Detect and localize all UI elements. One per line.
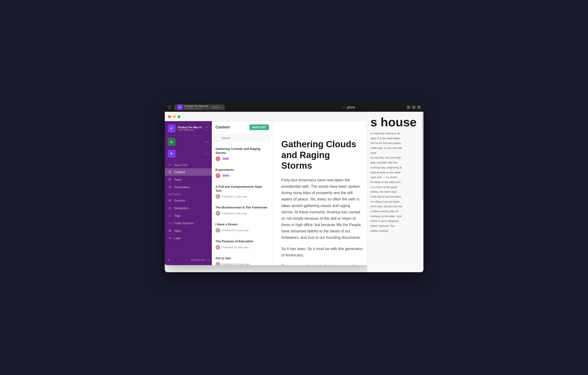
- sidebar-general-label: General: [174, 199, 185, 202]
- right-fragment-9: hard at work on the white: [370, 170, 420, 175]
- sidebar-labs-label: Labs: [174, 236, 181, 240]
- sidebar-account-2[interactable]: D ⌘ 2: [165, 136, 212, 148]
- post-title: Out to Sea: [216, 257, 269, 260]
- ghost-logo: [342, 107, 345, 108]
- sidebar-item-code-injection[interactable]: ◁ Code Injection: [165, 219, 212, 227]
- list-item[interactable]: Gathering Cclouds and Raging Storms F Dr…: [212, 144, 273, 165]
- list-item[interactable]: The Purpose of Education F Published 68 …: [212, 236, 273, 253]
- sidebar-item-general[interactable]: ⚙ General: [165, 197, 212, 204]
- sidebar-account-3[interactable]: F ⌘ 3: [165, 148, 212, 160]
- sidebar-footer: + ← VIEW BLOG ?: [165, 255, 212, 265]
- right-fragment-13: asleep, the kitten had: [370, 189, 420, 194]
- article-title: Gathering Clouds and Raging Storms: [281, 139, 363, 171]
- right-fragment-2: tirely. For the white kitten: [370, 136, 420, 141]
- content-list-header: Content NEW POST: [212, 121, 273, 133]
- app-body: F Finding The Way H... Felix Rieseberg ⌘…: [165, 121, 372, 265]
- hamburger-icon[interactable]: ☰: [168, 105, 171, 110]
- tab-dropdown-icon[interactable]: ▾: [221, 106, 222, 109]
- content-icon: ☰: [168, 170, 172, 174]
- right-preview-panel: s house en had had nothing to do tirely.…: [367, 112, 423, 272]
- sidebar-team-label: Team: [174, 178, 182, 181]
- post-status: Published 2 years ago: [222, 212, 247, 215]
- tab-avatar: F: [177, 105, 183, 110]
- minimize-button[interactable]: −: [407, 106, 410, 109]
- right-fragment-16: ere it was, spread over the: [370, 204, 420, 209]
- maximize-button[interactable]: □: [412, 106, 415, 109]
- post-avatar: F: [216, 228, 220, 233]
- close-button[interactable]: ×: [417, 106, 420, 109]
- account-info-1: Finding The Way H... Felix Rieseberg: [178, 126, 203, 131]
- article-paragraph-2: So it has been. So it must be with this …: [281, 246, 363, 258]
- content-list-panel: Content NEW POST ⌕ Gathering Cclouds and…: [212, 121, 273, 265]
- post-title: The Purpose of Education: [216, 239, 269, 244]
- view-blog-button[interactable]: VIEW BLOG: [191, 258, 205, 262]
- post-meta: F Draft: [216, 156, 269, 161]
- apps-icon: ⊞: [168, 229, 172, 232]
- right-fragment-20: better manners! You: [370, 224, 420, 228]
- content-new-post-button[interactable]: NEW POST: [250, 124, 269, 130]
- right-fragment-14: h the ball of worsted Alice: [370, 194, 420, 199]
- list-item[interactable]: Experiments F Draft: [212, 165, 273, 182]
- search-wrap: ⌕: [215, 135, 270, 142]
- right-fragment-19: d that it was in disgrace.: [370, 219, 420, 224]
- help-icon[interactable]: ?: [207, 258, 209, 262]
- post-avatar: F: [216, 245, 220, 250]
- sidebar-navigation-label: Navigation: [174, 206, 189, 210]
- sidebar-item-new-post[interactable]: ✏ New Post: [165, 162, 212, 168]
- right-preview-text: s house en had had nothing to do tirely.…: [367, 112, 423, 237]
- post-title: A Full and Comprehensive Style Test: [216, 185, 269, 193]
- sidebar-item-tags[interactable]: ◇ Tags: [165, 212, 212, 219]
- sidebar-new-post-label: New Post: [174, 163, 187, 167]
- ghost-titlebar: ☰ F Finding The Way Ho... Felix Rieseber…: [165, 103, 423, 112]
- post-avatar: F: [216, 211, 220, 216]
- right-large-text: s house: [370, 116, 420, 128]
- account-avatar-1: F: [168, 124, 176, 132]
- sidebar-apps-label: Apps: [174, 229, 181, 232]
- sidebar-item-subscribers[interactable]: ✉ Subscribers: [165, 183, 212, 191]
- right-scrollbar[interactable]: [421, 112, 423, 272]
- post-avatar: F: [216, 262, 220, 265]
- right-fragment-4: nsidering); so you see that: [370, 146, 420, 150]
- tab-shortcut: Ctrl 1: [212, 106, 219, 109]
- mac-minimize-button[interactable]: [173, 115, 176, 118]
- content-search-bar: ⌕: [212, 133, 273, 144]
- post-title: I Have a Dream: [216, 223, 269, 226]
- right-fragment-18: ratching up the kitten, and: [370, 214, 420, 219]
- list-item[interactable]: A Full and Comprehensive Style Test F Pu…: [212, 182, 273, 203]
- post-title: Gathering Cclouds and Raging Storms: [216, 147, 269, 155]
- sidebar-account-1[interactable]: F Finding The Way H... Felix Rieseberg ⌘…: [165, 121, 212, 136]
- sidebar-item-navigation[interactable]: ◎ Navigation: [165, 204, 212, 212]
- add-blog-button[interactable]: +: [168, 258, 170, 263]
- sidebar-item-labs[interactable]: ✦ Labs: [165, 234, 212, 242]
- ghost-app-name: ghost: [347, 105, 355, 109]
- ghost-tab-1[interactable]: F Finding The Way Ho... Felix Rieseberg …: [174, 105, 225, 110]
- list-item[interactable]: Out to Sea F Published 104 years ago: [212, 253, 273, 265]
- mac-maximize-button[interactable]: [178, 115, 180, 118]
- draft-badge: Draft: [222, 174, 230, 177]
- list-item[interactable]: I Have a Dream F Published 53 years ago: [212, 219, 273, 236]
- article-panel: ⬚ Gathering Clouds and Raging Storms For…: [273, 121, 372, 265]
- content-list-items: Gathering Cclouds and Raging Storms F Dr…: [212, 144, 273, 265]
- list-item[interactable]: The Businessman & The Fisherman F Publis…: [212, 202, 273, 219]
- general-icon: ⚙: [168, 199, 172, 202]
- post-avatar: F: [216, 194, 220, 199]
- right-fragment-6: es was this: first she held: [370, 155, 420, 160]
- right-fragment-1: en had had nothing to do: [370, 131, 420, 136]
- desktop: ☰ F Finding The Way Ho... Felix Rieseber…: [165, 103, 423, 272]
- right-fragment-7: paw, and then with the: [370, 160, 420, 165]
- right-fragment-17: e kitten running after its: [370, 209, 420, 214]
- mac-close-button[interactable]: [168, 115, 171, 118]
- blog-name-1: Finding The Way H...: [178, 126, 203, 129]
- search-input[interactable]: [215, 135, 270, 142]
- account-list: F Finding The Way H... Felix Rieseberg ⌘…: [165, 121, 212, 160]
- ghost-title-center: ghost: [291, 105, 407, 109]
- back-icon[interactable]: ←: [186, 258, 189, 262]
- account-shortcut-2: ⌘ 2: [205, 141, 209, 143]
- sidebar-item-apps[interactable]: ⊞ Apps: [165, 227, 212, 234]
- post-status: Published 2 years ago: [222, 195, 247, 198]
- post-title: The Businessman & The Fisherman: [216, 206, 269, 210]
- sidebar-item-team[interactable]: ⚙ Team: [165, 176, 212, 183]
- sidebar-tags-label: Tags: [174, 214, 180, 217]
- sidebar-item-content[interactable]: ☰ Content: [165, 168, 212, 176]
- sidebar-footer-nav: ← VIEW BLOG ?: [186, 258, 209, 262]
